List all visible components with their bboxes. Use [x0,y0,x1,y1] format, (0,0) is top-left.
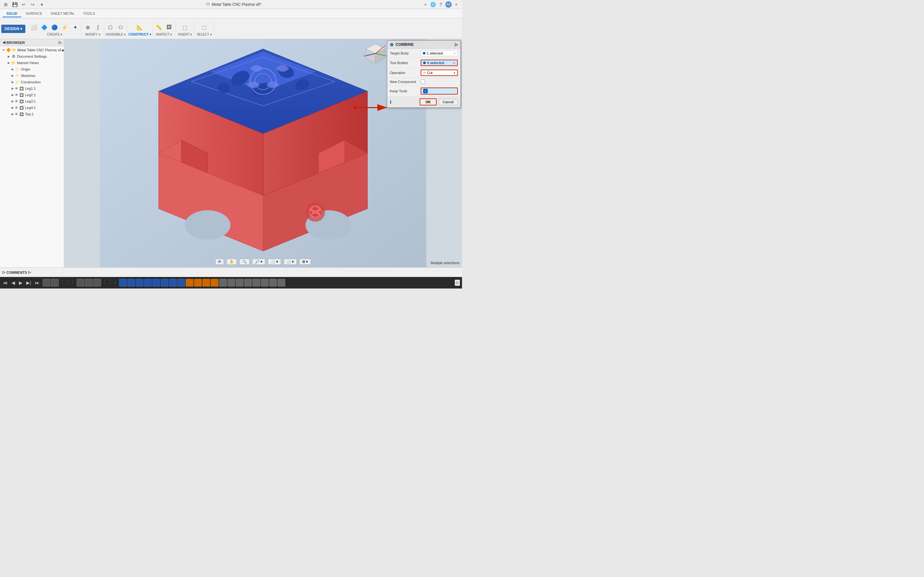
modify-label[interactable]: MODIFY ▾ [86,33,100,36]
zoom-dropdown[interactable]: 🔎 ▾ [252,259,265,265]
help-icon[interactable]: ? [438,1,444,8]
pan-control[interactable]: ✋ [226,259,237,265]
sidebar-item-leg4[interactable]: ▶ 👁 🔲 Leg4:1 [0,105,64,111]
sidebar-item-leg2[interactable]: ▶ 👁 🔲 Leg2:1 [0,92,64,98]
leg1-eye-icon[interactable]: 👁 [15,87,18,90]
timeline-item-11[interactable] [161,279,168,287]
create-icon-4[interactable]: ⚡ [60,23,69,32]
create-icon-2[interactable]: 🔷 [39,23,49,32]
keep-tools-checkbox[interactable]: ✓ [423,89,428,93]
timeline-skip-end[interactable]: ⏭ [34,279,41,286]
view-gizmo[interactable]: Z Y X [363,42,388,68]
timeline-item-25[interactable] [278,279,285,287]
timeline-item-10[interactable] [152,279,160,287]
timeline-item-15[interactable] [194,279,202,287]
sidebar-item-sketches[interactable]: ▶ 📁 Sketches [0,73,64,79]
timeline-item-14[interactable] [186,279,194,287]
timeline-item-19[interactable] [228,279,235,287]
new-component-checkbox[interactable] [421,79,425,84]
inspect-icon-2[interactable]: 🖼 [164,23,174,32]
select-icon-1[interactable]: ⬚ [199,23,209,32]
info-icon[interactable]: ℹ [390,99,391,105]
grid-control[interactable]: ⊞ ▾ [299,259,311,265]
inspect-label[interactable]: INSPECT ▾ [156,33,172,36]
timeline-item-3[interactable] [77,279,84,287]
timeline-item-17[interactable] [211,279,218,287]
display-mode[interactable]: ⬜ ▾ [268,259,281,265]
tab-sheet-metal[interactable]: SHEET METAL [47,10,79,17]
timeline-item-13[interactable] [178,279,185,287]
target-body-value[interactable]: 1 selected × [421,50,458,56]
timeline-item-7[interactable] [128,279,135,287]
web-icon[interactable]: 🌐 [430,1,436,8]
timeline-item-22[interactable] [252,279,260,287]
cancel-button[interactable]: Cancel [439,99,458,105]
insert-icon-1[interactable]: ⬚ [180,23,190,32]
timeline-item-6[interactable] [119,279,127,287]
timeline-item-2[interactable] [51,279,59,287]
tab-solid[interactable]: SOLID [3,10,21,17]
redo-icon[interactable]: ↪ [29,1,36,8]
timeline-item-9[interactable] [144,279,152,287]
timeline-item-21[interactable] [244,279,252,287]
target-body-clear[interactable]: × [454,51,456,55]
close-btn[interactable]: × [453,1,459,8]
leg2-eye-icon[interactable]: 👁 [15,93,18,97]
timeline-play[interactable]: ▶ [18,279,24,286]
sidebar-item-construction[interactable]: ▶ 📁 Construction [0,79,64,85]
design-button[interactable]: DESIGN ▾ [1,25,25,33]
sidebar-item-top[interactable]: ▶ 👁 🔲 Top:1 [0,111,64,117]
new-tab-btn[interactable]: + [422,1,429,8]
sidebar-item-named-views[interactable]: ▶ 📁 Named Views [0,60,64,66]
sidebar-item-leg3[interactable]: ▶ 👁 🔲 Leg3:1 [0,98,64,105]
comments-expand-icon[interactable]: ▷ [3,270,5,274]
leg3-eye-icon[interactable]: 👁 [15,99,18,103]
ok-button[interactable]: OK [420,98,437,105]
timeline-item-24[interactable] [269,279,277,287]
assemble-icon-1[interactable]: ⬡ [105,23,115,32]
menu-icon[interactable]: ▾ [39,1,45,8]
sidebar-item-leg1[interactable]: ▶ 👁 🔲 Leg1:1 [0,85,64,92]
leg4-eye-icon[interactable]: 👁 [15,106,18,110]
assemble-icon-2[interactable]: ⚇ [116,23,126,32]
insert-label[interactable]: INSERT ▾ [178,33,192,36]
tool-bodies-clear[interactable]: × [453,61,455,65]
timeline-skip-start[interactable]: ⏮ [2,279,9,286]
sidebar-item-origin[interactable]: ▶ 📁 Origin [0,66,64,73]
timeline-settings-btn[interactable]: ⚙ [455,279,460,286]
select-label[interactable]: SELECT ▾ [197,33,212,36]
visual-style[interactable]: ⬜ ▾ [284,259,297,265]
timeline-next-frame[interactable]: ▶| [25,279,32,286]
tree-root[interactable]: ▼ 🔶 📁 Metal Table CNC Plasma v6 ▶ [0,47,64,53]
timeline-item-16[interactable] [202,279,210,287]
modify-icon-1[interactable]: ⊕ [83,23,92,32]
timeline-prev[interactable]: ◀ [10,279,16,286]
zoom-control[interactable]: 🔍 [239,259,250,265]
sidebar-collapse-icon[interactable]: ◀ [3,40,5,45]
timeline-item-18[interactable] [219,279,227,287]
timeline-item-1[interactable] [43,279,50,287]
combine-expand-icon[interactable]: ▷ [455,42,458,47]
timeline-item-23[interactable] [261,279,268,287]
modify-icon-2[interactable]: ∫ [93,23,103,32]
inspect-icon-1[interactable]: 📏 [154,23,164,32]
create-icon-1[interactable]: ⬜ [29,23,39,32]
user-avatar[interactable]: AE [445,1,452,8]
comments-more-icon[interactable]: ▷ [28,270,31,274]
create-icon-3[interactable]: 🔵 [50,23,59,32]
create-icon-5[interactable]: ✦ [70,23,80,32]
sidebar-expand-icon[interactable]: ▷ [59,40,61,45]
top-eye-icon[interactable]: 👁 [15,112,18,116]
create-label[interactable]: CREATE ▾ [47,33,63,36]
construct-label[interactable]: CONSTRUCT ▾ [128,33,151,36]
operation-select[interactable]: ✂ Cut ▾ [421,69,458,76]
save-icon[interactable]: 💾 [11,1,18,8]
orbit-control[interactable]: ⟳ [215,259,224,265]
undo-icon[interactable]: ↩ [21,1,27,8]
tool-bodies-value[interactable]: 4 selected × [421,60,458,66]
construct-icon-1[interactable]: 📐 [135,23,145,32]
tab-surface[interactable]: SURFACE [22,10,46,17]
sidebar-item-doc-settings[interactable]: ▶ ⚙ Document Settings [0,53,64,60]
timeline-item-12[interactable] [169,279,177,287]
viewport[interactable]: Z Y X ⊕ COMBINE ▷ Target Body [64,39,462,268]
